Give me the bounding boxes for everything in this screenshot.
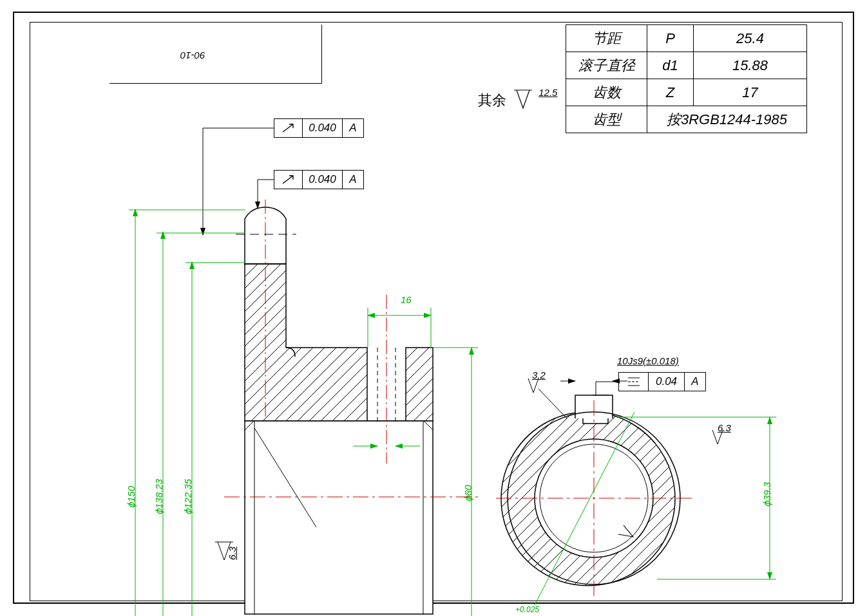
fcf-datum: A — [685, 373, 705, 391]
surface-finish-value: 12.5 — [538, 87, 557, 98]
runout-icon — [274, 119, 303, 137]
param-name: 齿数 — [566, 79, 647, 106]
param-symbol: d1 — [647, 52, 694, 79]
surface-finish-default: 其余 12.5 — [478, 89, 558, 113]
key-width-dimension: 10Js9(±0.018) — [617, 355, 679, 366]
width-dimension-16: 16 — [401, 294, 412, 305]
title-block — [110, 24, 322, 84]
drawing-canvas: 90-10 节距 P 25.4 滚子直径 d1 15.88 齿数 Z 17 齿型… — [0, 0, 867, 616]
thread-dimension-m10: M10 — [371, 432, 390, 443]
surface-finish-3-2: 3.2 — [532, 369, 546, 380]
part-number-label: 90-10 — [180, 50, 205, 61]
surface-finish-label: 其余 — [478, 92, 506, 108]
surface-finish-6-3: 6.3 — [718, 422, 731, 433]
param-value: 25.4 — [694, 25, 807, 52]
feature-control-frame-runout-2: 0.040 A — [274, 170, 364, 189]
table-row: 节距 P 25.4 — [566, 25, 807, 52]
chamfer-dimension: 2×C2 — [271, 524, 294, 535]
diameter-39: ϕ39.3 — [761, 482, 773, 507]
param-value: 17 — [694, 79, 807, 106]
param-symbol: P — [647, 25, 694, 52]
surface-finish-6-3: 6.3 — [227, 546, 238, 560]
feature-control-frame-symmetry: 0.04 A — [618, 372, 706, 391]
gear-parameter-table: 节距 P 25.4 滚子直径 d1 15.88 齿数 Z 17 齿型 按3RGB… — [566, 24, 807, 133]
table-row: 滚子直径 d1 15.88 — [566, 52, 807, 79]
diameter-80: ϕ80 — [462, 485, 474, 502]
param-value: 按3RGB1244-1985 — [647, 106, 807, 133]
feature-control-frame-runout-1: 0.040 A — [274, 118, 364, 138]
surface-finish-triangle-icon — [510, 89, 536, 113]
fcf-tolerance: 0.040 — [303, 171, 343, 189]
param-name: 节距 — [566, 25, 647, 52]
runout-icon — [274, 171, 303, 189]
fcf-datum: A — [343, 171, 363, 189]
bottom-tolerance: +0.025 — [515, 605, 539, 614]
param-value: 15.88 — [694, 52, 807, 79]
param-symbol: Z — [647, 79, 694, 106]
diameter-150: ϕ150 — [126, 486, 137, 509]
diameter-138: ϕ138.23 — [153, 479, 165, 515]
fcf-tolerance: 0.04 — [649, 373, 685, 391]
diameter-122: ϕ122.35 — [182, 479, 194, 515]
table-row: 齿型 按3RGB1244-1985 — [566, 106, 807, 133]
symmetry-icon — [619, 373, 649, 391]
fcf-tolerance: 0.040 — [303, 119, 343, 137]
param-name: 滚子直径 — [566, 52, 647, 79]
fcf-datum: A — [343, 119, 363, 137]
param-name: 齿型 — [566, 106, 647, 133]
table-row: 齿数 Z 17 — [566, 79, 807, 106]
